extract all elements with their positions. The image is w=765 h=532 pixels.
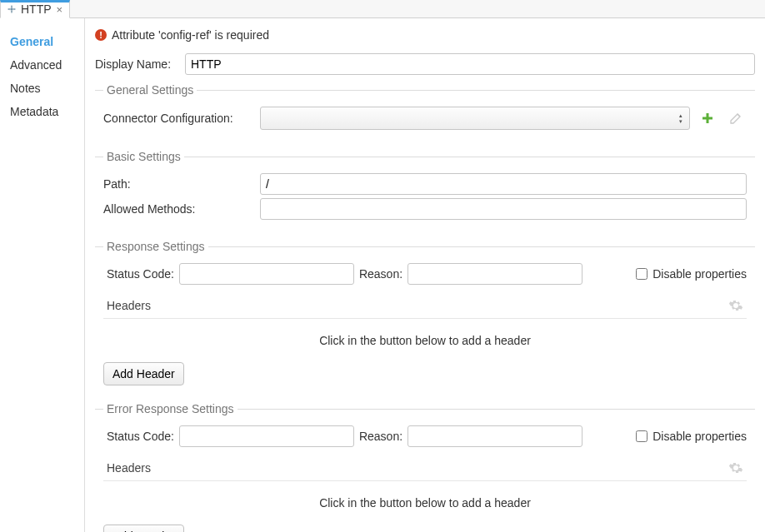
headers-help-text: Click in the button below to add a heade… [103,319,747,362]
sidebar-item-label: Notes [10,82,41,95]
status-code-label: Status Code: [103,430,174,443]
disable-properties-label: Disable properties [652,267,747,281]
sidebar-item-label: Metadata [10,105,58,118]
allowed-methods-label: Allowed Methods: [103,202,253,216]
editor-tabbar: HTTP × [0,0,765,18]
status-code-input[interactable] [179,263,354,285]
sidebar-item-metadata[interactable]: Metadata [0,100,84,123]
fieldset-response-settings: Response Settings Status Code: Reason: D… [95,240,755,394]
pencil-icon [729,112,742,125]
validation-error: ! Attribute 'config-ref' is required [95,23,755,50]
close-icon[interactable]: × [57,3,63,16]
legend-response-settings: Response Settings [103,240,208,253]
allowed-methods-input[interactable] [260,198,747,220]
connector-config-row: Connector Configuration: ▴▾ [103,107,747,130]
display-name-label: Display Name: [95,57,178,71]
sidebar-item-label: General [10,35,53,48]
sidebar-item-notes[interactable]: Notes [0,77,84,100]
mule-icon [6,3,18,15]
display-name-input[interactable] [185,53,755,75]
fieldset-general-settings: General Settings Connector Configuration… [95,83,755,142]
allowed-methods-row: Allowed Methods: [103,198,747,220]
error-icon: ! [95,29,107,41]
sidebar-item-general[interactable]: General [0,30,84,53]
connector-config-label: Connector Configuration: [103,112,253,125]
response-status-row: Status Code: Reason: Disable properties [103,263,747,285]
error-response-status-row: Status Code: Reason: Disable properties [103,425,747,447]
error-response-headers-block: Headers Click in the button below to add… [103,455,747,532]
fieldset-error-response-settings: Error Response Settings Status Code: Rea… [95,402,755,532]
add-header-button[interactable]: Add Header [103,362,184,385]
add-header-button[interactable]: Add Header [103,525,184,532]
spinner-icon: ▴▾ [679,112,682,124]
gear-icon[interactable] [728,460,743,475]
path-label: Path: [103,177,253,191]
display-name-row: Display Name: [95,53,755,75]
disable-properties-checkbox[interactable] [636,268,648,280]
disable-properties-label: Disable properties [652,430,747,443]
headers-title: Headers [107,461,151,475]
properties-panel: ! Attribute 'config-ref' is required Dis… [85,18,765,532]
reason-label: Reason: [359,267,402,281]
plus-icon [701,112,714,125]
reason-input[interactable] [408,263,582,285]
gear-icon[interactable] [728,298,743,313]
svg-rect-2 [702,117,712,120]
response-headers-block: Headers Click in the button below to add… [103,293,747,385]
status-code-label: Status Code: [103,267,174,281]
connector-config-combo[interactable]: ▴▾ [260,107,690,130]
tab-http[interactable]: HTTP × [0,0,70,18]
legend-general-settings: General Settings [103,83,197,97]
tab-label: HTTP [21,2,52,16]
sidebar-item-advanced[interactable]: Advanced [0,53,84,77]
reason-input[interactable] [408,425,582,447]
status-code-input[interactable] [179,425,354,447]
add-config-button[interactable] [697,107,718,129]
legend-error-response-settings: Error Response Settings [103,402,238,415]
reason-label: Reason: [359,430,402,443]
headers-help-text: Click in the button below to add a heade… [103,481,747,525]
error-text: Attribute 'config-ref' is required [112,28,269,42]
svg-point-0 [10,7,13,11]
fieldset-basic-settings: Basic Settings Path: Allowed Methods: [95,150,755,231]
path-row: Path: [103,173,747,195]
edit-config-button [725,107,747,129]
path-input[interactable] [260,173,747,195]
sidebar-item-label: Advanced [10,58,62,72]
properties-sidebar: General Advanced Notes Metadata [0,18,85,532]
headers-title: Headers [107,299,151,312]
disable-properties-checkbox[interactable] [636,430,648,442]
legend-basic-settings: Basic Settings [103,150,184,163]
